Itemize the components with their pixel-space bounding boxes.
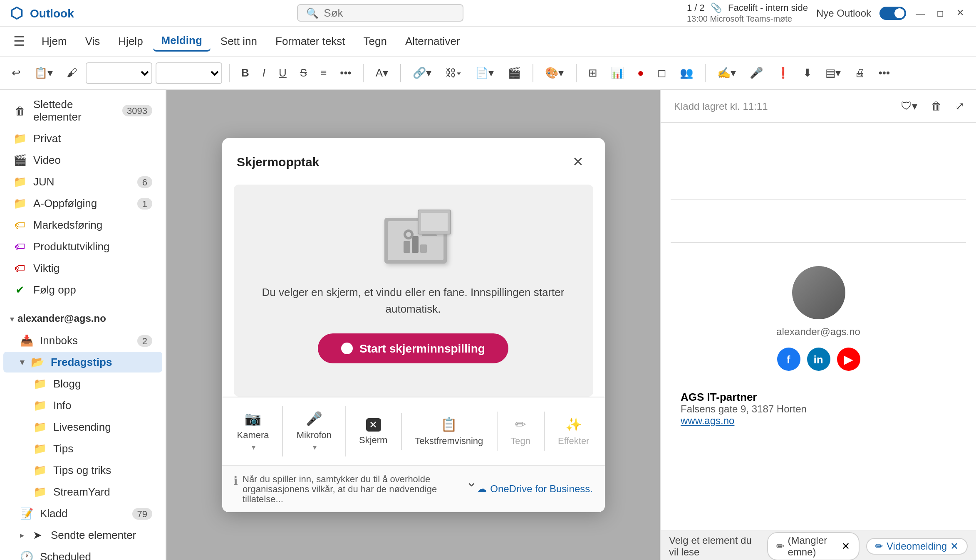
teams-button[interactable]: 👥 — [675, 63, 698, 82]
profile-email: alexander@ags.no — [776, 326, 860, 338]
camera-dropdown-arrow: ▾ — [252, 443, 256, 451]
profile-section: alexander@ags.no f in ▶ — [671, 253, 966, 384]
start-recording-button[interactable]: Start skjerminnspilling — [318, 333, 508, 363]
sidebar-item-slettede[interactable]: 🗑 Slettede elementer 3093 — [3, 94, 162, 127]
sidebar-item-innboks[interactable]: 📥 Innboks 2 — [3, 330, 162, 351]
menu-melding[interactable]: Melding — [153, 31, 211, 52]
color-picker[interactable]: 🎨▾ — [540, 63, 569, 82]
linkedin-icon[interactable]: in — [807, 348, 830, 371]
italic-button[interactable]: I — [258, 63, 270, 82]
forms-button[interactable]: ● — [632, 63, 649, 82]
trash-icon: 🗑 — [13, 104, 27, 117]
video-close-button[interactable]: ✕ — [950, 540, 959, 552]
menu-alternativer[interactable]: Alternativer — [397, 32, 468, 51]
modal-title: Skjermopptak — [237, 154, 319, 168]
sidebar-item-livesending[interactable]: 📁 Livesending — [3, 417, 162, 437]
video-chip[interactable]: ✏ Videomelding ✕ — [866, 538, 968, 554]
modal-header: Skjermopptak ✕ — [222, 138, 604, 185]
draft-chip[interactable]: ✏ (Mangler emne) ✕ — [767, 532, 859, 560]
hamburger-menu[interactable]: ☰ — [7, 30, 32, 52]
font-selector[interactable] — [86, 62, 152, 84]
sidebar-item-tipsogtriks[interactable]: 📁 Tips og triks — [3, 460, 162, 481]
down-arrow-button[interactable]: ⬇ — [798, 63, 817, 82]
sidebar-item-markedsforing[interactable]: 🏷 Markedsføring — [3, 215, 162, 235]
font-size-selector[interactable] — [156, 62, 222, 84]
onedrive-link[interactable]: ☁ OneDrive for Business. — [477, 483, 593, 495]
insert-button[interactable]: 📄▾ — [470, 63, 499, 82]
erase-button[interactable]: ◻ — [652, 63, 671, 82]
sidebar-item-blogg[interactable]: 📁 Blogg — [3, 373, 162, 394]
more-format-button[interactable]: ••• — [335, 63, 356, 82]
sidebar-account-header[interactable]: ▾ alexander@ags.no — [0, 308, 166, 329]
close-button[interactable]: ✕ — [954, 7, 966, 19]
modal-tb-kamera[interactable]: 📷 Kamera ▾ — [224, 406, 283, 456]
menu-hjem[interactable]: Hjem — [33, 32, 75, 51]
menu-hjelp[interactable]: Hjelp — [110, 32, 151, 51]
paste-button[interactable]: 📋▾ — [29, 63, 58, 82]
sidebar-item-scheduled[interactable]: 🕐 Scheduled — [3, 546, 162, 560]
expand-footer-icon[interactable]: ⌄ — [466, 474, 477, 490]
maximize-button[interactable]: □ — [934, 7, 946, 19]
video-icon: 🎬 — [13, 154, 27, 166]
sidebar-item-produktutvikling[interactable]: 🏷 Produktutvikling — [3, 236, 162, 257]
search-input[interactable] — [324, 7, 448, 19]
modal-close-button[interactable]: ✕ — [566, 150, 590, 173]
table-button[interactable]: ⊞ — [583, 63, 602, 82]
sidebar-item-viktig[interactable]: 🏷 Viktig — [3, 258, 162, 279]
facebook-icon[interactable]: f — [777, 348, 800, 371]
menu-formater[interactable]: Formater tekst — [267, 32, 354, 51]
link-button[interactable]: 🔗▾ — [408, 63, 437, 82]
popup-button[interactable]: ⤢ — [950, 96, 969, 116]
format-painter[interactable]: 🖌 — [62, 63, 82, 82]
youtube-icon[interactable]: ▶ — [837, 348, 860, 371]
record-dot-icon — [341, 343, 353, 354]
text-color-button[interactable]: A▾ — [371, 63, 394, 82]
new-outlook-toggle[interactable] — [879, 6, 906, 20]
sidebar-item-privat[interactable]: 📁 Privat — [3, 128, 162, 149]
menu-tegn[interactable]: Tegn — [355, 32, 395, 51]
delete-button[interactable]: 🗑 — [926, 96, 947, 116]
menu-vis[interactable]: Vis — [77, 32, 109, 51]
undo-button[interactable]: ↩ — [7, 63, 26, 82]
mic-button[interactable]: 🎤 — [745, 63, 768, 82]
strikethrough-button[interactable]: S — [295, 63, 312, 82]
sidebar-item-tips[interactable]: 📁 Tips — [3, 438, 162, 459]
more-options-button[interactable]: ••• — [874, 63, 895, 82]
rules-button[interactable]: ▤▾ — [820, 63, 846, 82]
underline-button[interactable]: U — [274, 63, 292, 82]
tag-important-icon: 🏷 — [13, 262, 27, 274]
sidebar-item-fredagstips[interactable]: ▾ 📂 Fredagstips — [3, 352, 162, 373]
company-website[interactable]: www.ags.no — [681, 415, 956, 427]
right-panel-toolbar: Kladd lagret kl. 11:11 🛡▾ 🗑 ⤢ — [661, 90, 976, 123]
sidebar-item-sendte[interactable]: ▸ ➤ Sendte elementer — [3, 525, 162, 545]
chart-button[interactable]: 📊 — [606, 63, 629, 82]
sidebar-item-jun[interactable]: 📁 JUN 6 — [3, 171, 162, 192]
app-title: ⬡ Outlook — [10, 4, 74, 22]
modal-tb-mikrofon[interactable]: 🎤 Mikrofon ▾ — [283, 406, 346, 456]
bold-button[interactable]: B — [236, 63, 254, 82]
modal-tb-skjerm[interactable]: ✕ Skjerm — [346, 413, 401, 449]
sidebar-item-folgeopp[interactable]: ✔ Følg opp — [3, 279, 162, 300]
minimize-button[interactable]: — — [914, 7, 926, 19]
video-button[interactable]: 🎬 — [503, 63, 526, 82]
modal-tb-tekstfremvisning[interactable]: 📋 Tekstfremvisning — [401, 412, 497, 451]
signature-button[interactable]: ✍▾ — [712, 63, 741, 82]
toolbar-separator-2 — [363, 64, 364, 82]
menu-sett-inn[interactable]: Sett inn — [212, 32, 265, 51]
print-button[interactable]: 🖨 — [850, 63, 870, 82]
sidebar-item-info[interactable]: 📁 Info — [3, 395, 162, 416]
folder-livesending-icon: 📁 — [33, 421, 47, 433]
folder-blogg-icon: 📁 — [33, 377, 47, 390]
sidebar-item-video[interactable]: 🎬 Video — [3, 150, 162, 170]
sidebar-item-streamyard[interactable]: 📁 StreamYard — [3, 481, 162, 502]
sidebar-item-kladd[interactable]: 📝 Kladd 79 — [3, 503, 162, 524]
inbox-icon: 📥 — [20, 334, 33, 347]
shield-button[interactable]: 🛡▾ — [896, 96, 923, 116]
unlink-button[interactable]: ⛓▾ — [440, 63, 467, 82]
importance-button[interactable]: ❗ — [771, 63, 795, 82]
draft-close-button[interactable]: ✕ — [842, 540, 850, 552]
sidebar-item-aoppfolging[interactable]: 📁 A-Oppfølging 1 — [3, 193, 162, 214]
content-area: Skjermopptak ✕ — [166, 90, 660, 560]
list-button[interactable]: ≡ — [315, 63, 332, 82]
search-box[interactable]: 🔍 — [297, 4, 463, 22]
